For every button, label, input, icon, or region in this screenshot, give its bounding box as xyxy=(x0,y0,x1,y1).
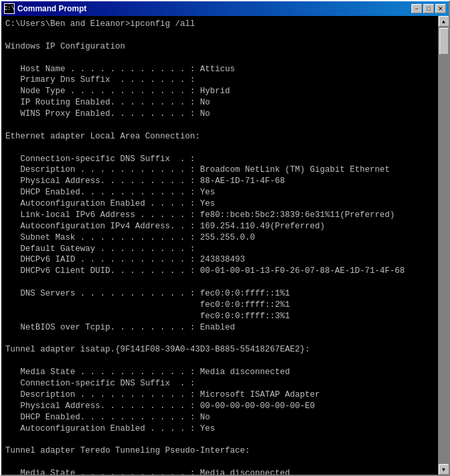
scroll-down-button[interactable]: ▼ xyxy=(439,464,449,475)
scroll-up-button[interactable]: ▲ xyxy=(439,16,449,27)
scroll-track[interactable] xyxy=(439,27,449,464)
scrollbar: ▲ ▼ xyxy=(438,16,449,475)
window-controls: − □ ✕ xyxy=(411,4,446,13)
window-title: Command Prompt xyxy=(17,4,87,13)
app-icon: C:\ xyxy=(4,3,15,14)
close-button[interactable]: ✕ xyxy=(435,4,446,13)
command-prompt-window: C:\ Command Prompt − □ ✕ C:\Users\Ben an… xyxy=(0,0,450,476)
title-bar: C:\ Command Prompt − □ ✕ xyxy=(1,1,449,16)
title-bar-left: C:\ Command Prompt xyxy=(4,3,87,14)
maximize-button[interactable]: □ xyxy=(423,4,434,13)
scroll-thumb[interactable] xyxy=(439,28,449,55)
terminal-output[interactable]: C:\Users\Ben and Eleanor>ipconfig /all W… xyxy=(1,16,438,475)
minimize-button[interactable]: − xyxy=(411,4,422,13)
terminal-body: C:\Users\Ben and Eleanor>ipconfig /all W… xyxy=(1,16,449,475)
